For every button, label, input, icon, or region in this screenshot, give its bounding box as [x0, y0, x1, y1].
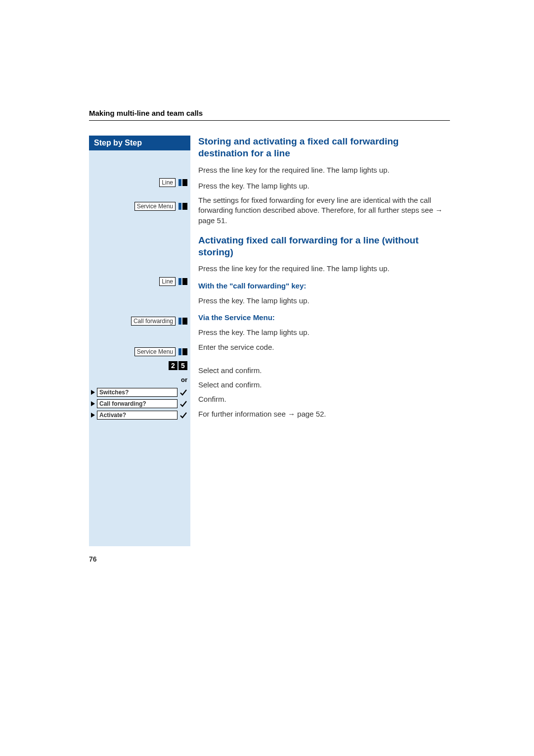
- section-header: Making multi-line and team calls: [89, 109, 450, 117]
- text-press-key-2: Press the key. The lamp lights up.: [198, 296, 450, 306]
- text-press-key-3: Press the key. The lamp lights up.: [198, 328, 450, 337]
- svg-rect-0: [178, 179, 181, 186]
- check-icon: [179, 388, 187, 396]
- page-number: 76: [89, 555, 97, 563]
- menu-activate-row: Activate?: [89, 411, 187, 420]
- line-key-label: Line: [159, 178, 176, 187]
- arrow-icon: →: [435, 206, 443, 214]
- svg-rect-2: [178, 203, 181, 210]
- call-forwarding-key-row: Call forwarding: [89, 316, 187, 327]
- digit-2: 2: [169, 361, 178, 370]
- line-key-row-2: Line: [89, 276, 187, 287]
- lamp-icon: [178, 278, 187, 285]
- digit-5: 5: [178, 361, 187, 370]
- service-menu-key-row-2: Service Menu: [89, 346, 187, 357]
- text-press-line-2: Press the line key for the required line…: [198, 264, 450, 274]
- svg-rect-7: [182, 318, 187, 325]
- text-settings: The settings for fixed forwarding for ev…: [198, 195, 450, 226]
- heading-activating: Activating fixed call forwarding for a l…: [198, 235, 450, 258]
- arrow-icon: →: [288, 410, 297, 418]
- page-ref-51[interactable]: page 51.: [198, 216, 227, 225]
- main-content: Storing and activating a fixed call forw…: [190, 136, 450, 424]
- service-menu-key-label: Service Menu: [134, 347, 176, 356]
- svg-rect-4: [178, 278, 181, 285]
- sidebar-title: Step by Step: [89, 136, 190, 150]
- menu-call-forwarding-row: Call forwarding?: [89, 399, 187, 408]
- menu-switches-row: Switches?: [89, 388, 187, 397]
- text-press-line: Press the line key for the required line…: [198, 165, 450, 175]
- lamp-icon: [178, 348, 187, 355]
- service-menu-key-row: Service Menu: [89, 201, 187, 212]
- svg-rect-9: [182, 348, 187, 355]
- text-settings-body: The settings for fixed forwarding for ev…: [198, 196, 435, 214]
- lamp-icon: [178, 318, 187, 325]
- svg-rect-6: [178, 318, 181, 325]
- lamp-icon: [178, 179, 187, 186]
- header-rule: [89, 120, 450, 121]
- menu-call-forwarding-label: Call forwarding?: [97, 399, 178, 408]
- svg-rect-8: [178, 348, 181, 355]
- line-key-row: Line: [89, 177, 187, 188]
- text-further-info: For further information see → page 52.: [198, 409, 450, 419]
- menu-switches-label: Switches?: [97, 388, 178, 397]
- check-icon: [179, 400, 187, 408]
- menu-arrow-icon: [91, 413, 95, 418]
- svg-rect-1: [182, 179, 187, 186]
- svg-rect-3: [182, 203, 187, 210]
- svg-rect-5: [182, 278, 187, 285]
- page-ref-52[interactable]: page 52.: [297, 410, 326, 418]
- text-confirm: Confirm.: [198, 394, 450, 404]
- lamp-icon: [178, 203, 187, 210]
- menu-activate-label: Activate?: [97, 411, 178, 420]
- text-select-confirm-2: Select and confirm.: [198, 380, 450, 390]
- menu-arrow-icon: [91, 401, 95, 406]
- subheading-service-menu: Via the Service Menu:: [198, 313, 450, 323]
- or-label: or: [181, 376, 187, 383]
- subheading-cf-key: With the "call forwarding" key:: [198, 281, 450, 291]
- call-forwarding-key-label: Call forwarding: [131, 317, 176, 326]
- or-row: or: [89, 374, 187, 385]
- text-further-info-body: For further information see: [198, 410, 288, 418]
- text-select-confirm-1: Select and confirm.: [198, 366, 450, 376]
- check-icon: [179, 411, 187, 419]
- service-menu-key-label: Service Menu: [134, 202, 176, 211]
- text-press-key: Press the key. The lamp lights up.: [198, 181, 450, 191]
- line-key-label: Line: [159, 277, 176, 286]
- menu-arrow-icon: [91, 390, 95, 395]
- service-code-row: 2 5: [89, 360, 187, 371]
- heading-storing: Storing and activating a fixed call forw…: [198, 136, 450, 159]
- step-sidebar: Step by Step Line Service Men: [89, 136, 190, 546]
- text-enter-code: Enter the service code.: [198, 342, 450, 352]
